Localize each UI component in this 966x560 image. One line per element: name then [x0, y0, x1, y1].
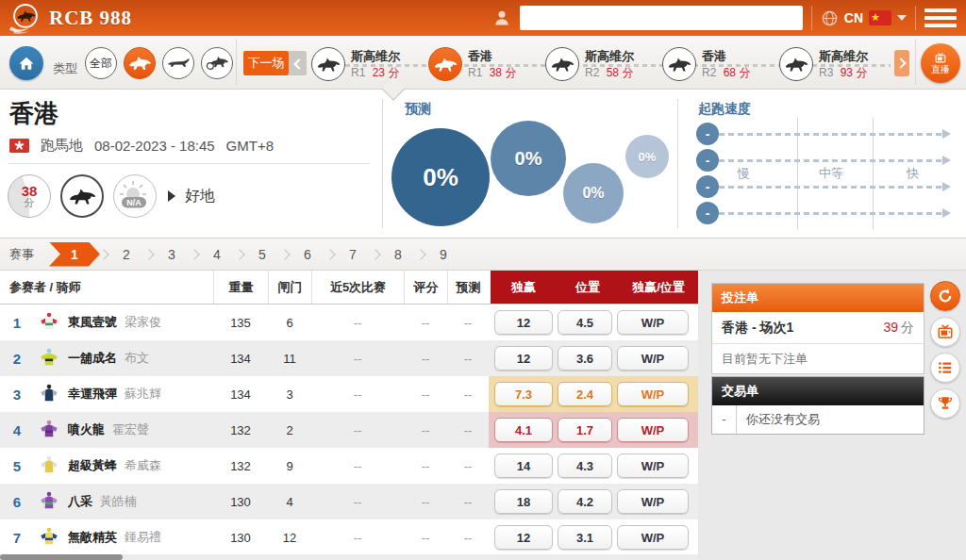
- speed-row: -: [696, 202, 951, 224]
- race-track-name: 斯高维尔: [351, 49, 400, 63]
- col-weight: 重量: [213, 271, 268, 304]
- race-tab[interactable]: 8: [372, 247, 417, 262]
- win-odds-button[interactable]: 12: [494, 525, 553, 550]
- home-icon: [17, 54, 36, 73]
- race-tab[interactable]: 9: [417, 247, 462, 262]
- odds-group: 12 3.6 W/P: [489, 340, 698, 376]
- chevron-left-icon: [293, 58, 304, 69]
- arrow-right-icon: [168, 190, 175, 202]
- search-input[interactable]: [520, 6, 803, 30]
- race-nav-item[interactable]: 香港 R1 38 分: [428, 44, 540, 88]
- refresh-button[interactable]: [930, 281, 960, 311]
- col-entrant-jockey: 参赛者 / 骑师: [0, 271, 213, 304]
- race-nav-item[interactable]: 斯高维尔 R2 58 分: [545, 44, 657, 88]
- last5-value: --: [311, 448, 404, 484]
- place-odds-button[interactable]: 4.2: [558, 489, 612, 514]
- bet-list-button[interactable]: [930, 353, 960, 383]
- race-track-name: 香港: [468, 49, 492, 63]
- runner-number: 4: [0, 412, 34, 448]
- race-tab[interactable]: 3: [145, 247, 191, 262]
- col-win: 独赢: [489, 271, 557, 304]
- win-odds-button[interactable]: 14: [494, 453, 553, 478]
- win-odds-button[interactable]: 7.3: [494, 382, 553, 406]
- horizontal-scrollbar[interactable]: [0, 554, 698, 560]
- race-countdown: 58 分: [607, 66, 634, 79]
- type-all-button[interactable]: 全部: [85, 47, 117, 79]
- win-odds-button[interactable]: 4.1: [494, 418, 553, 442]
- race-tabs-bar: 赛事 1 2 3 4: [0, 239, 966, 271]
- next-race-button[interactable]: 下一场: [243, 51, 289, 75]
- race-tab[interactable]: 6: [281, 247, 326, 262]
- horse-name: 噴火龍: [68, 421, 105, 438]
- race-info-panel: 香港 跑馬地 08-02-2023 - 18:45 GMT+8: [0, 90, 966, 239]
- place-odds-button[interactable]: 3.6: [558, 346, 612, 371]
- race-nav-item[interactable]: 香港 R2 68 分: [662, 44, 774, 88]
- win-odds-button[interactable]: 12: [494, 346, 553, 371]
- place-odds-button[interactable]: 4.3: [558, 453, 612, 478]
- race-number: R3: [819, 66, 833, 79]
- race-type-filter: 全部: [85, 47, 233, 79]
- race-tab[interactable]: 7: [326, 247, 372, 262]
- divider: [915, 6, 916, 30]
- jockey-name: 布文: [125, 350, 149, 367]
- runner-number: 5: [0, 448, 34, 484]
- race-tab[interactable]: 2: [100, 247, 145, 262]
- win-place-button[interactable]: W/P: [617, 346, 689, 371]
- jockey-name: 黃皓楠: [100, 493, 137, 510]
- place-odds-button[interactable]: 3.1: [558, 525, 612, 550]
- language-selector[interactable]: CN ★: [821, 9, 907, 27]
- type-harness-button[interactable]: [201, 47, 233, 79]
- scroll-right-button[interactable]: [894, 50, 909, 76]
- win-place-button[interactable]: W/P: [617, 382, 689, 406]
- horse-name: 超級黃蜂: [68, 457, 117, 474]
- home-button[interactable]: [9, 46, 43, 80]
- race-tabs-label: 赛事: [9, 246, 34, 263]
- arrow-right-icon: [942, 156, 951, 165]
- prediction-bubble: 0%: [391, 128, 490, 226]
- win-odds-button[interactable]: 18: [494, 489, 553, 514]
- col-win-place: 独赢/位置: [619, 271, 698, 304]
- live-stream-button[interactable]: 直播: [921, 43, 960, 83]
- jockey-name: 鍾易禮: [125, 529, 161, 546]
- horse-icon: [662, 47, 696, 81]
- place-odds-button[interactable]: 4.5: [558, 310, 612, 335]
- win-place-button[interactable]: W/P: [617, 489, 689, 514]
- horse-name: 無敵精英: [68, 529, 117, 546]
- main-content: 参赛者 / 骑师 重量 闸门 近5次比赛 评分 预测 独赢 位置 独赢/位置 1: [0, 271, 966, 560]
- jockey-silks-icon: [34, 484, 64, 519]
- race-tab[interactable]: 1: [42, 242, 100, 267]
- race-track-name: 斯高维尔: [585, 49, 634, 63]
- race-nav-item[interactable]: 斯高维尔 R1 23 分: [311, 44, 423, 88]
- col-gate: 闸门: [268, 271, 311, 304]
- runner-row: 5 超級黃蜂 希威森: [0, 448, 698, 484]
- win-place-button[interactable]: W/P: [617, 310, 689, 335]
- rating-value: --: [404, 305, 447, 340]
- win-place-button[interactable]: W/P: [617, 525, 689, 550]
- scroll-left-button[interactable]: [289, 51, 307, 75]
- menu-button[interactable]: [924, 6, 957, 30]
- betslip-race-label: 香港 - 场次1: [722, 320, 793, 337]
- scrollbar-thumb[interactable]: [0, 554, 123, 560]
- brand-logo[interactable]: RCB 988: [9, 2, 132, 34]
- results-button[interactable]: [930, 388, 960, 419]
- race-tab[interactable]: 5: [236, 247, 281, 262]
- race-countdown: 38 分: [490, 66, 517, 79]
- win-place-button[interactable]: W/P: [617, 453, 689, 478]
- trade-header: 交易单: [712, 377, 924, 405]
- speed-row: -: [696, 149, 951, 172]
- type-greyhound-button[interactable]: [162, 47, 194, 79]
- race-tab[interactable]: 4: [191, 247, 236, 262]
- last5-value: --: [311, 340, 404, 376]
- place-odds-button[interactable]: 1.7: [558, 418, 612, 442]
- rating-value: --: [404, 340, 447, 376]
- live-tv-button[interactable]: [930, 317, 960, 347]
- win-odds-button[interactable]: 12: [494, 310, 553, 335]
- last5-value: --: [311, 305, 404, 340]
- prediction-bubble: 0%: [563, 163, 624, 223]
- jockey-silks-icon: [34, 519, 64, 555]
- win-place-button[interactable]: W/P: [617, 418, 689, 442]
- race-nav-item[interactable]: 斯高维尔 R3 93 分: [779, 44, 891, 88]
- place-odds-button[interactable]: 2.4: [558, 382, 612, 406]
- type-horse-button[interactable]: [124, 47, 156, 79]
- horse-icon: [128, 56, 151, 71]
